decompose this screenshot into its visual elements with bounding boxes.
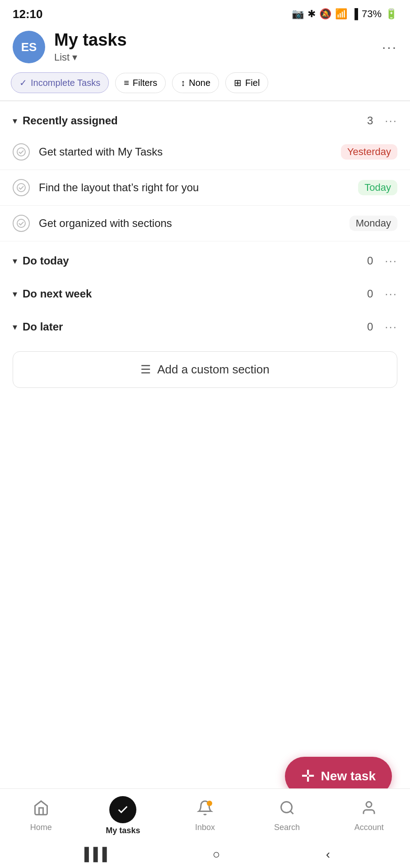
task-due-date: Monday	[349, 216, 397, 231]
filters-label: Filters	[133, 78, 157, 88]
sort-icon: ↕	[181, 78, 185, 88]
filter-bar: ✓ Incomplete Tasks ≡ Filters ↕ None ⊞ Fi…	[0, 69, 410, 100]
view-label: List	[54, 52, 70, 63]
do-next-week-count: 0	[367, 288, 373, 300]
nav-search-label: Search	[274, 823, 300, 832]
inbox-notification-dot	[207, 801, 212, 806]
svg-point-3	[281, 802, 292, 812]
search-icon	[279, 800, 295, 820]
wifi-icon: 📶	[335, 8, 347, 20]
nav-my-tasks[interactable]: My tasks	[96, 796, 150, 835]
status-time: 12:10	[13, 7, 43, 21]
view-selector[interactable]: List ▾	[54, 52, 373, 63]
task-name: Find the layout that’s right for you	[39, 181, 349, 194]
do-today-chevron[interactable]: ▾	[13, 255, 17, 266]
check-icon	[17, 147, 26, 156]
recently-assigned-count: 3	[367, 114, 373, 127]
svg-line-4	[290, 811, 294, 814]
incomplete-check-icon: ✓	[19, 77, 27, 88]
page-title: My tasks	[54, 31, 373, 50]
task-due-date: Today	[358, 180, 397, 195]
task-checkbox[interactable]	[13, 143, 30, 160]
task-name: Get organized with sections	[39, 217, 340, 230]
status-bar: 12:10 📷 ✱ 🔕 📶 ▐ 73% 🔋	[0, 0, 410, 25]
home-icon	[33, 800, 49, 820]
do-today-title: Do today	[23, 255, 362, 267]
add-custom-section-button[interactable]: ☰ Add a custom section	[13, 351, 397, 388]
check-icon	[17, 183, 26, 192]
recently-assigned-more[interactable]: ···	[385, 114, 397, 128]
fields-button[interactable]: ⊞ Fiel	[225, 72, 268, 93]
chevron-down-icon: ▾	[72, 52, 77, 63]
battery-text: 73%	[362, 8, 382, 20]
sort-button[interactable]: ↕ None	[172, 73, 219, 93]
task-row[interactable]: Get started with My Tasks Yesterday	[0, 134, 410, 170]
recently-assigned-title: Recently assigned	[23, 114, 362, 127]
filters-button[interactable]: ≡ Filters	[115, 73, 166, 93]
nav-account-label: Account	[354, 823, 384, 832]
svg-point-5	[366, 802, 372, 807]
incomplete-tasks-label: Incomplete Tasks	[31, 78, 100, 88]
do-later-chevron[interactable]: ▾	[13, 321, 17, 332]
filter-icon: ≡	[124, 78, 129, 88]
task-row[interactable]: Get organized with sections Monday	[0, 206, 410, 241]
nav-inbox-label: Inbox	[195, 823, 215, 832]
task-due-date: Yesterday	[341, 144, 397, 160]
fields-label: Fiel	[245, 78, 260, 88]
svg-point-0	[17, 148, 25, 156]
do-later-title: Do later	[23, 321, 362, 333]
svg-point-2	[17, 219, 25, 227]
bottom-nav: Home My tasks Inbox	[0, 788, 410, 841]
signal-icon: ▐	[351, 8, 358, 20]
bluetooth-icon: ✱	[308, 8, 316, 20]
new-task-label: New task	[321, 769, 376, 783]
do-today-more[interactable]: ···	[385, 254, 397, 268]
my-tasks-icon	[109, 796, 136, 823]
nav-home-label: Home	[30, 823, 52, 832]
do-next-week-more[interactable]: ···	[385, 287, 397, 301]
mute-icon: 🔕	[319, 8, 331, 20]
check-icon	[17, 219, 26, 228]
camera-icon: 📷	[292, 8, 304, 20]
inbox-icon	[197, 800, 213, 820]
nav-home[interactable]: Home	[14, 800, 68, 832]
incomplete-tasks-filter[interactable]: ✓ Incomplete Tasks	[11, 72, 109, 93]
do-later-more[interactable]: ···	[385, 320, 397, 334]
do-next-week-chevron[interactable]: ▾	[13, 288, 17, 299]
do-next-week-section-header: ▾ Do next week 0 ···	[0, 274, 410, 307]
battery-icon: 🔋	[385, 8, 397, 20]
do-next-week-title: Do next week	[23, 288, 362, 300]
do-today-count: 0	[367, 255, 373, 267]
android-back-button[interactable]: ‹	[326, 847, 330, 862]
android-home-button[interactable]: ○	[213, 847, 220, 862]
recently-assigned-section-header: ▾ Recently assigned 3 ···	[0, 101, 410, 134]
page-header: ES My tasks List ▾ ···	[0, 25, 410, 69]
nav-inbox[interactable]: Inbox	[178, 800, 232, 832]
nav-search[interactable]: Search	[260, 800, 314, 832]
account-icon	[361, 800, 377, 820]
task-row[interactable]: Find the layout that’s right for you Tod…	[0, 170, 410, 206]
task-name: Get started with My Tasks	[39, 146, 332, 158]
more-options-button[interactable]: ···	[382, 39, 397, 55]
android-recent-button[interactable]: ▐▐▐	[80, 847, 107, 862]
recently-assigned-chevron[interactable]: ▾	[13, 115, 17, 126]
svg-point-1	[17, 184, 25, 192]
task-checkbox[interactable]	[13, 215, 30, 232]
do-today-section-header: ▾ Do today 0 ···	[0, 241, 410, 274]
sort-label: None	[189, 78, 210, 88]
do-later-section-header: ▾ Do later 0 ···	[0, 307, 410, 340]
status-icons: 📷 ✱ 🔕 📶 ▐ 73% 🔋	[292, 8, 397, 20]
nav-account[interactable]: Account	[342, 800, 396, 832]
header-title-group: My tasks List ▾	[54, 31, 373, 63]
do-later-count: 0	[367, 321, 373, 333]
nav-my-tasks-label: My tasks	[106, 826, 140, 835]
task-checkbox[interactable]	[13, 179, 30, 196]
plus-icon: ✛	[301, 767, 315, 786]
add-section-label: Add a custom section	[157, 363, 270, 377]
avatar[interactable]: ES	[13, 31, 45, 63]
fields-icon: ⊞	[234, 77, 242, 88]
add-section-icon: ☰	[140, 363, 151, 377]
android-nav-bar: ▐▐▐ ○ ‹	[0, 841, 410, 868]
